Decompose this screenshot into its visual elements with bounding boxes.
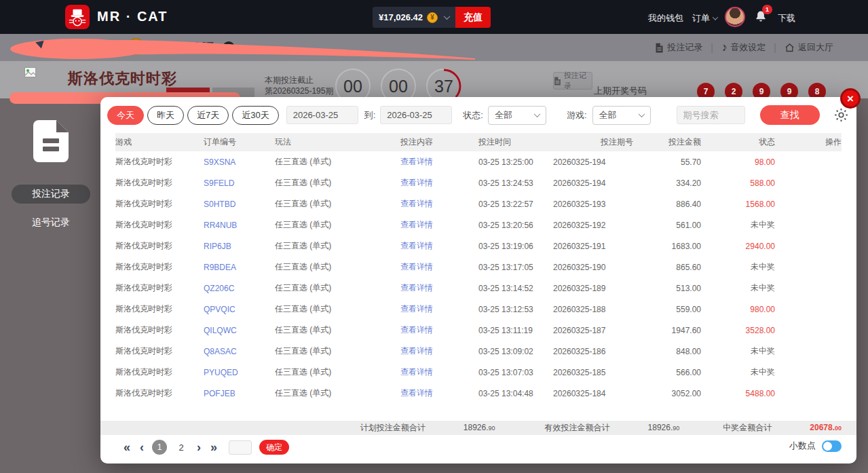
filter-bar: 今天 昨天 近7天 近30天 2026-03-25 到: 2026-03-25 … xyxy=(107,105,849,125)
avatar[interactable] xyxy=(725,7,745,27)
view-detail-link[interactable]: 查看详情 xyxy=(400,178,433,187)
chevron-down-icon xyxy=(713,14,718,20)
countdown-digits: 00 xyxy=(343,77,362,96)
cell-order-id[interactable]: QILQWC xyxy=(204,320,275,341)
page-confirm-button[interactable]: 确定 xyxy=(259,440,289,455)
quick-filter-button[interactable]: 近7天 xyxy=(187,106,229,125)
eye-toggle-button[interactable] xyxy=(222,41,235,57)
cell-order-id[interactable]: S9FELD xyxy=(204,172,275,193)
cell-bet-time: 03-25 13:12:53 xyxy=(478,299,553,320)
cell-period: 20260325-191 xyxy=(553,235,633,257)
column-header: 投注时间 xyxy=(478,133,553,151)
recharge-button[interactable]: 充值 xyxy=(455,7,491,28)
download-link[interactable]: 下载 xyxy=(778,12,795,24)
quick-filter-button[interactable]: 昨天 xyxy=(147,106,184,125)
cell-order-id[interactable]: PYUQED xyxy=(204,362,275,383)
cell-play-type: 任三直选 (单式) xyxy=(275,235,400,257)
wallet-link[interactable]: 我的钱包 xyxy=(648,12,683,24)
music-note-icon: ♪ xyxy=(720,40,728,54)
cell-play-type: 任三直选 (单式) xyxy=(275,278,400,299)
deadline-info: 本期投注截止 第20260325-195期 xyxy=(265,75,333,96)
summary-value: 18926.90 xyxy=(464,423,495,432)
return-lobby-link[interactable]: 返回大厅 xyxy=(785,41,833,54)
last-page-button[interactable]: » xyxy=(206,441,222,453)
column-header: 游戏 xyxy=(115,133,204,151)
table-body: 斯洛伐克时时彩 S9XSNA 任三直选 (单式) 查看详情 03-25 13:2… xyxy=(115,151,842,404)
to-label: 到: xyxy=(364,109,376,121)
chevron-down-icon xyxy=(534,111,541,117)
status-select[interactable]: 全部 xyxy=(488,106,546,125)
sidebar-item[interactable]: 追号记录 xyxy=(0,213,102,232)
cell-play-type: 任三直选 (单式) xyxy=(275,257,400,278)
quick-filter-button[interactable]: 今天 xyxy=(107,106,144,125)
divider: | xyxy=(774,42,776,53)
page-number-button[interactable]: 1 xyxy=(152,440,167,455)
cell-actions xyxy=(775,257,842,278)
view-detail-link[interactable]: 查看详情 xyxy=(400,220,433,229)
table-row: 斯洛伐克时时彩 Q8ASAC 任三直选 (单式) 查看详情 03-25 13:0… xyxy=(115,341,842,362)
cell-order-id[interactable]: R9BDEA xyxy=(204,257,275,278)
gear-icon[interactable] xyxy=(833,107,849,123)
cell-amount: 513.00 xyxy=(633,278,701,299)
cell-order-id[interactable]: QZ206C xyxy=(204,278,275,299)
page-jump-input[interactable] xyxy=(229,440,252,455)
view-detail-link[interactable]: 查看详情 xyxy=(400,304,433,314)
sound-settings-link[interactable]: ♪ 音效设定 xyxy=(721,41,766,54)
bet-record-link[interactable]: 投注记录 xyxy=(655,41,702,54)
cell-game: 斯洛伐克时时彩 xyxy=(115,151,204,172)
deadline-line1: 本期投注截止 xyxy=(265,75,333,86)
refresh-balance-button[interactable] xyxy=(201,41,214,56)
brand-logo[interactable] xyxy=(65,5,90,29)
orders-menu[interactable]: 订单 xyxy=(692,12,717,24)
cell-period: 20260325-185 xyxy=(553,362,633,383)
first-page-button[interactable]: « xyxy=(119,441,135,453)
table-row: 斯洛伐克时时彩 POFJEB 任三直选 (单式) 查看详情 03-25 13:0… xyxy=(115,383,842,404)
column-header: 投注内容 xyxy=(400,133,478,151)
view-detail-link[interactable]: 查看详情 xyxy=(400,262,433,271)
next-page-button[interactable]: › xyxy=(192,441,206,453)
document-icon xyxy=(554,77,561,86)
table-row: 斯洛伐克时时彩 QPVQIC 任三直选 (单式) 查看详情 03-25 13:1… xyxy=(115,299,842,320)
cell-game: 斯洛伐克时时彩 xyxy=(115,214,204,235)
view-detail-link[interactable]: 查看详情 xyxy=(400,388,433,398)
cell-status: 未中奖 xyxy=(701,214,775,235)
cell-order-id[interactable]: RR4NUB xyxy=(204,214,275,235)
cell-order-id[interactable]: RIP6JB xyxy=(204,235,275,257)
sound-settings-label: 音效设定 xyxy=(730,41,766,54)
view-detail-link[interactable]: 查看详情 xyxy=(400,241,433,250)
table-row: 斯洛伐克时时彩 QILQWC 任三直选 (单式) 查看详情 03-25 13:1… xyxy=(115,320,842,341)
cell-actions xyxy=(775,383,842,404)
cell-status: 3528.00 xyxy=(701,320,775,341)
date-from-input[interactable]: 2026-03-25 xyxy=(286,106,358,124)
close-modal-button[interactable]: × xyxy=(840,88,861,109)
view-detail-link[interactable]: 查看详情 xyxy=(400,283,433,292)
view-detail-link[interactable]: 查看详情 xyxy=(400,199,433,208)
view-detail-link[interactable]: 查看详情 xyxy=(400,367,433,377)
balance-dropdown[interactable]: ¥17,026.42 ¥ xyxy=(373,7,455,28)
view-detail-link[interactable]: 查看详情 xyxy=(400,157,433,166)
sidebar-item[interactable]: 投注记录 xyxy=(12,185,90,204)
view-detail-link[interactable]: 查看详情 xyxy=(400,346,433,356)
view-detail-link[interactable]: 查看详情 xyxy=(400,325,433,335)
cell-order-id[interactable]: POFJEB xyxy=(204,383,275,404)
game-select[interactable]: 全部 xyxy=(592,106,651,125)
cell-period: 20260325-194 xyxy=(553,172,633,193)
cell-actions xyxy=(775,172,842,193)
period-search-input[interactable] xyxy=(677,106,745,124)
search-button[interactable]: 查找 xyxy=(760,105,820,125)
cell-order-id[interactable]: Q8ASAC xyxy=(204,341,275,362)
cell-order-id[interactable]: QPVQIC xyxy=(204,299,275,320)
bet-record-button[interactable]: 投注记录 xyxy=(553,72,592,90)
decimal-label: 小数点 xyxy=(789,440,816,452)
cell-period: 20260325-186 xyxy=(553,341,633,362)
cell-order-id[interactable]: S9XSNA xyxy=(204,151,275,172)
chevron-down-icon xyxy=(638,111,645,117)
page-number-button[interactable]: 2 xyxy=(174,440,189,455)
summary-item: 中奖金额合计 20678.00 xyxy=(723,422,842,434)
summary-item: 有效投注金额合计 18926.90 xyxy=(545,422,680,434)
quick-filter-button[interactable]: 近30天 xyxy=(232,106,278,125)
date-to-input[interactable]: 2026-03-25 xyxy=(380,106,452,124)
decimal-toggle[interactable] xyxy=(822,440,842,452)
prev-page-button[interactable]: ‹ xyxy=(135,441,149,453)
cell-order-id[interactable]: S0HTBD xyxy=(204,193,275,214)
